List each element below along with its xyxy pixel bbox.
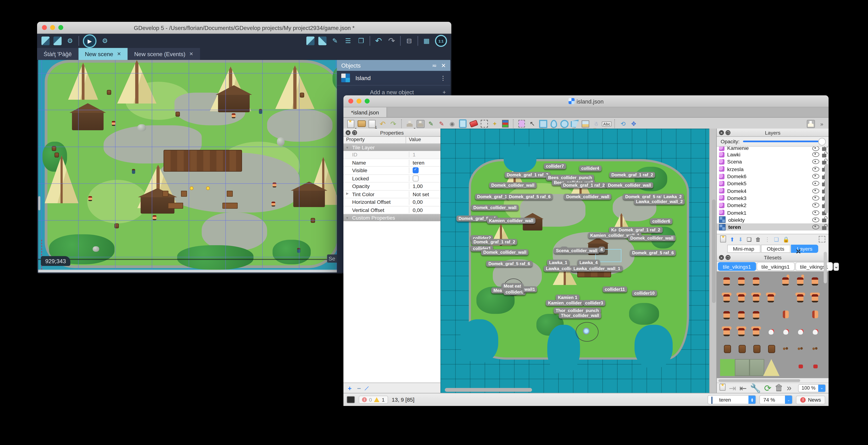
document-tab[interactable]: *island.json [343,107,387,117]
overflow-icon[interactable]: » [787,383,792,393]
eraser-tool[interactable] [469,120,477,128]
map-view[interactable]: collider7collider4Domek_graf_1 raf_2Bees… [440,129,717,393]
tileset-tile-sprite[interactable] [749,359,764,376]
unlock-icon[interactable] [822,154,827,157]
opacity-slider[interactable] [743,140,825,142]
visibility-eye-icon[interactable] [812,174,819,179]
redo-icon[interactable]: ↷ [387,36,396,45]
layer-row[interactable]: Lawki [717,151,829,158]
issues-counter[interactable]: ! 0 1 [359,395,388,404]
tileset-tile-sprite[interactable] [764,325,779,342]
tileset-tile-sprite[interactable] [808,275,823,291]
insert-template-tool[interactable]: ☃▽ [592,120,600,128]
insert-point-tool[interactable]: ▽ [550,120,558,128]
tileset-tile-sprite[interactable] [779,359,794,376]
tileset-tile-sprite[interactable] [749,275,764,291]
undo-icon[interactable]: ↶ [374,36,383,45]
visibility-eye-icon[interactable] [812,147,819,151]
object-label[interactable]: wall1 [522,286,537,292]
magic-wand-tool[interactable]: ✦ [491,120,499,128]
layer-row[interactable]: Scena [717,158,829,165]
select-same-tile-tool[interactable] [501,120,509,128]
tileset-tile-sprite[interactable] [794,325,808,342]
new-file-icon[interactable]: ▾ [347,120,355,128]
tileset-tile-sprite[interactable] [764,359,779,376]
embed-tileset-icon[interactable]: ⇥ [729,383,736,393]
visibility-eye-icon[interactable] [812,203,819,208]
float-panel-icon[interactable]: ❐ [725,255,731,260]
layer-stepper[interactable]: ▲▼ [749,395,756,404]
layer-row[interactable]: obiekty [717,216,829,223]
show-hide-icon[interactable]: ❏ [774,236,779,242]
news-button[interactable]: ! News [796,395,825,404]
plus-icon[interactable]: + [443,89,446,95]
object-label[interactable]: collider7 [544,163,566,169]
save-file-icon[interactable]: ⇣ [368,120,376,128]
object-label[interactable]: collider3 [583,300,605,306]
insert-polygon-tool[interactable]: ▽ [571,120,579,128]
tileset-tab[interactable]: tile_vikings1 [718,262,756,271]
layer-row[interactable]: krzesla [717,165,829,173]
unlock-icon[interactable] [822,147,827,151]
object-label[interactable]: Domek_collider_wall [471,204,519,211]
project-manager-icon[interactable] [41,36,50,45]
object-label[interactable]: Kamien_collider [546,300,584,306]
unlock-icon[interactable] [822,226,827,230]
object-label[interactable]: Kamien_collider_wall [487,218,535,224]
property-value[interactable]: 0,00 [413,207,423,213]
debugger-icon[interactable]: ⚙ [65,36,75,45]
property-row[interactable]: Opacity 1,00 [343,183,440,191]
layer-row[interactable]: Domek1 [717,209,829,216]
tileset-zoom-select[interactable]: 100 % ⌄ [798,384,826,392]
close-panel-icon[interactable]: ✕ [719,255,724,260]
tileset-tile-sprite[interactable] [720,359,735,376]
undo-icon[interactable]: ↶ [379,120,387,128]
insert-tile-tool[interactable]: ▽ [582,120,590,128]
tileset-tile-sprite[interactable] [720,275,735,291]
object-menu-icon[interactable]: ⋮ [440,75,446,81]
tileset-tile-sprite[interactable] [735,342,749,359]
object-label[interactable]: Lawka_collider_wall_2 [634,199,685,205]
tileset-tile-sprite[interactable] [749,291,764,309]
network-preview-icon[interactable]: ⚙ [100,36,110,45]
instances-list-icon[interactable]: ☰ [343,36,353,45]
object-label[interactable]: Domek_collider_wall [606,182,653,188]
stamp-brush-tool[interactable] [416,120,425,128]
close-panel-icon[interactable]: ✕ [346,130,350,135]
object-label[interactable]: Lawka_collider_wall_1 [571,266,622,272]
canvas-vertical-scrollbar[interactable] [38,196,40,210]
tileset-tile-sprite[interactable] [779,342,794,359]
lower-layer-icon[interactable]: ⬇ [738,236,743,242]
unlock-icon[interactable] [822,219,827,222]
tileset-tile-sprite[interactable] [779,291,794,309]
close-panel-icon[interactable]: ✕ [441,62,446,69]
export-tileset-icon[interactable]: ⇤ [739,383,747,393]
object-label[interactable]: Thor_collider_wall [559,312,601,318]
visibility-eye-icon[interactable] [812,196,819,200]
terrain-fill-tool[interactable]: ✎ [438,120,446,128]
delete-layer-icon[interactable]: 🗑 [755,236,761,242]
tileset-tab[interactable]: tile_vikings1 [756,262,795,271]
object-label[interactable]: 4 [598,247,605,253]
current-layer-select[interactable]: teren ▲▼ [708,395,756,404]
tiled-titlebar[interactable]: island.json [343,95,829,107]
rectangular-select-tool[interactable] [480,120,488,128]
add-property-icon[interactable]: + [348,384,351,392]
scene-editor-canvas[interactable]: 929;343 Se [38,60,337,273]
float-panel-icon[interactable]: ❐ [352,130,357,135]
properties-panel-icon[interactable]: ✎ [330,36,340,45]
tileset-tile-sprite[interactable] [764,342,779,359]
new-layer-icon[interactable] [720,235,726,244]
tileset-tile-sprite[interactable] [720,291,735,309]
dock-tab[interactable]: Mini-map [727,245,760,253]
property-row[interactable]: Locked [343,175,440,183]
zoom-1-1-icon[interactable]: 1:1 [435,35,447,47]
object-label[interactable]: Meat eat [501,283,523,289]
object-label[interactable]: Domek_graf_1 [475,194,509,200]
tileset-tile-sprite[interactable] [720,325,735,342]
delete-mask-icon[interactable]: ⊟ [404,36,414,45]
tileset-tile-sprite[interactable] [794,275,808,291]
tileset-tab[interactable]: tile_vikings1 [795,262,833,271]
remove-tileset-icon[interactable]: 🗑 [775,383,783,393]
object-label[interactable]: collider11 [602,286,627,292]
